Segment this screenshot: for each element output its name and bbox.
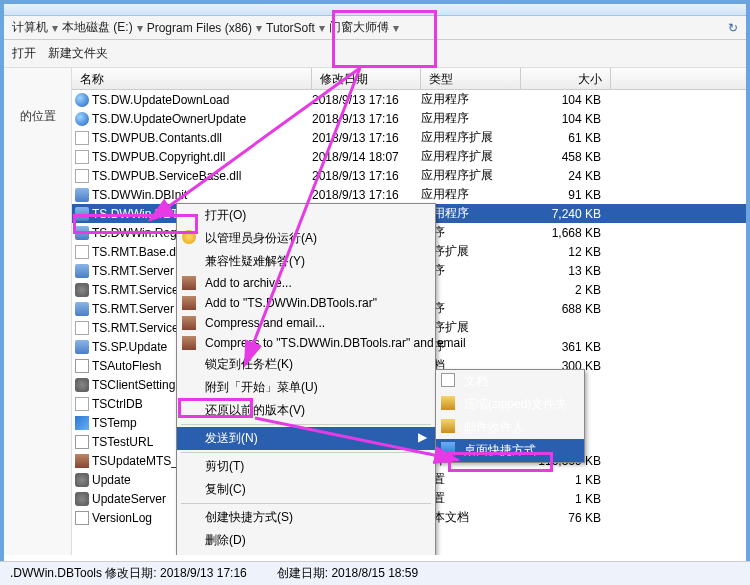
sendto-submenu[interactable]: 文档 压缩(zipped)文件夹 邮件收件人 桌面快捷方式 [435, 369, 585, 463]
ctx-send-to[interactable]: 发送到(N) ▶ 文档 压缩(zipped)文件夹 邮件收件人 桌面快捷方式 [177, 427, 435, 450]
file-size: 1 KB [521, 473, 611, 487]
file-type: 应用程序扩展 [421, 129, 521, 146]
file-date: 2018/9/13 17:16 [312, 112, 421, 126]
col-type[interactable]: 类型 [421, 68, 521, 89]
sendto-desktop-shortcut[interactable]: 桌面快捷方式 [436, 439, 584, 462]
ctx-compat[interactable]: 兼容性疑难解答(Y) [177, 250, 435, 273]
sendto-mail[interactable]: 邮件收件人 [436, 416, 584, 439]
file-date: 2018/9/13 17:16 [312, 131, 421, 145]
file-type: 应用程序扩展 [421, 148, 521, 165]
nav-sidebar: 的位置 [4, 68, 72, 555]
ctx-compress-rar-email[interactable]: Compress to "TS.DWWin.DBTools.rar" and e… [177, 333, 435, 353]
table-row[interactable]: TS.DWPUB.Copyright.dll2018/9/14 18:07应用程… [72, 147, 746, 166]
file-size: 104 KB [521, 93, 611, 107]
file-date: 2018/9/13 17:16 [312, 93, 421, 107]
table-row[interactable]: TS.DWPUB.Contants.dll2018/9/13 17:16应用程序… [72, 128, 746, 147]
file-icon [72, 112, 92, 126]
ctx-add-rar[interactable]: Add to "TS.DWWin.DBTools.rar" [177, 293, 435, 313]
ctx-cut[interactable]: 剪切(T) [177, 455, 435, 478]
file-type: 程序 [421, 300, 521, 317]
sendto-zip[interactable]: 压缩(zipped)文件夹 [436, 393, 584, 416]
file-icon [72, 492, 92, 506]
ctx-add-archive[interactable]: Add to archive... [177, 273, 435, 293]
ctx-send-to-label: 发送到(N) [205, 431, 258, 445]
file-date: 2018/9/13 17:16 [312, 188, 421, 202]
file-icon [72, 150, 92, 164]
file-size: 7,240 KB [521, 207, 611, 221]
file-icon [72, 511, 92, 525]
file-size: 688 KB [521, 302, 611, 316]
file-type: 应用程序扩展 [421, 167, 521, 184]
ctx-copy[interactable]: 复制(C) [177, 478, 435, 501]
ctx-open[interactable]: 打开(O) [177, 204, 435, 227]
file-date: 2018/9/14 18:07 [312, 150, 421, 164]
file-type: 程序扩展 [421, 243, 521, 260]
col-size[interactable]: 大小 [521, 68, 611, 89]
file-icon [72, 454, 92, 468]
file-size: 2 KB [521, 283, 611, 297]
file-icon [72, 302, 92, 316]
file-icon [72, 321, 92, 335]
file-icon [72, 93, 92, 107]
ctx-compress-email[interactable]: Compress and email... [177, 313, 435, 333]
file-name: TS.DWPUB.Contants.dll [92, 131, 312, 145]
file-icon [72, 207, 92, 221]
table-row[interactable]: TS.DWWin.DBInit2018/9/13 17:16应用程序91 KB [72, 185, 746, 204]
breadcrumb[interactable]: 计算机▾ 本地磁盘 (E:)▾ Program Files (x86)▾ Tut… [4, 16, 746, 40]
open-button[interactable]: 打开 [12, 45, 36, 62]
crumb-tutorsoft[interactable]: TutorSoft [264, 21, 317, 35]
status-left: .DWWin.DBTools 修改日期: 2018/9/13 17:16 [10, 565, 247, 582]
crumb-computer[interactable]: 计算机 [10, 19, 50, 36]
file-icon [72, 359, 92, 373]
ctx-runas-label: 以管理员身份运行(A) [205, 231, 317, 245]
sendto-docs[interactable]: 文档 [436, 370, 584, 393]
file-size: 91 KB [521, 188, 611, 202]
file-size: 104 KB [521, 112, 611, 126]
file-type: 应用程序 [421, 186, 521, 203]
ctx-restore-prev[interactable]: 还原以前的版本(V) [177, 399, 435, 422]
ctx-create-shortcut[interactable]: 创建快捷方式(S) [177, 506, 435, 529]
ctx-runas[interactable]: 以管理员身份运行(A) [177, 227, 435, 250]
file-size: 361 KB [521, 340, 611, 354]
toolbar: 打开 新建文件夹 [4, 40, 746, 68]
file-name: TS.DWWin.DBInit [92, 188, 312, 202]
file-size: 61 KB [521, 131, 611, 145]
sendto-docs-label: 文档 [464, 374, 488, 388]
ctx-rename[interactable]: 重命名(M) [177, 552, 435, 555]
file-icon [72, 416, 92, 430]
file-name: TS.DWPUB.ServiceBase.dll [92, 169, 312, 183]
col-name[interactable]: 名称 [72, 68, 312, 89]
file-type: 程序 [421, 224, 521, 241]
ctx-pin-taskbar[interactable]: 锁定到任务栏(K) [177, 353, 435, 376]
context-menu[interactable]: 打开(O) 以管理员身份运行(A) 兼容性疑难解答(Y) Add to arch… [176, 203, 436, 555]
ctx-add-rar-label: Add to "TS.DWWin.DBTools.rar" [205, 296, 377, 310]
table-row[interactable]: TS.DW.UpdateOwnerUpdate2018/9/13 17:16应用… [72, 109, 746, 128]
window-titlebar [4, 4, 746, 16]
file-type: 程序 [421, 262, 521, 279]
file-icon [72, 435, 92, 449]
status-right: 创建日期: 2018/8/15 18:59 [277, 565, 418, 582]
crumb-drive[interactable]: 本地磁盘 (E:) [60, 19, 135, 36]
crumb-programfiles[interactable]: Program Files (x86) [145, 21, 254, 35]
file-size: 12 KB [521, 245, 611, 259]
file-type: 应用程序 [421, 110, 521, 127]
chevron-right-icon: ▶ [418, 430, 427, 444]
crumb-app[interactable]: 门窗大师傅 [327, 19, 391, 36]
file-type: 设置 [421, 471, 521, 488]
new-folder-button[interactable]: 新建文件夹 [48, 45, 108, 62]
col-date[interactable]: 修改日期 [312, 68, 421, 89]
file-type: 文本文档 [421, 509, 521, 526]
file-icon [72, 169, 92, 183]
table-row[interactable]: TS.DWPUB.ServiceBase.dll2018/9/13 17:16应… [72, 166, 746, 185]
file-icon [72, 245, 92, 259]
file-name: TS.DW.UpdateOwnerUpdate [92, 112, 312, 126]
file-size: 13 KB [521, 264, 611, 278]
file-icon [72, 226, 92, 240]
file-icon [72, 473, 92, 487]
ctx-delete[interactable]: 删除(D) [177, 529, 435, 552]
refresh-icon[interactable]: ↻ [728, 21, 738, 35]
table-row[interactable]: TS.DW.UpdateDownLoad2018/9/13 17:16应用程序1… [72, 90, 746, 109]
ctx-pin-start[interactable]: 附到「开始」菜单(U) [177, 376, 435, 399]
column-headers[interactable]: 名称 修改日期 类型 大小 [72, 68, 746, 90]
sendto-zip-label: 压缩(zipped)文件夹 [464, 397, 567, 411]
